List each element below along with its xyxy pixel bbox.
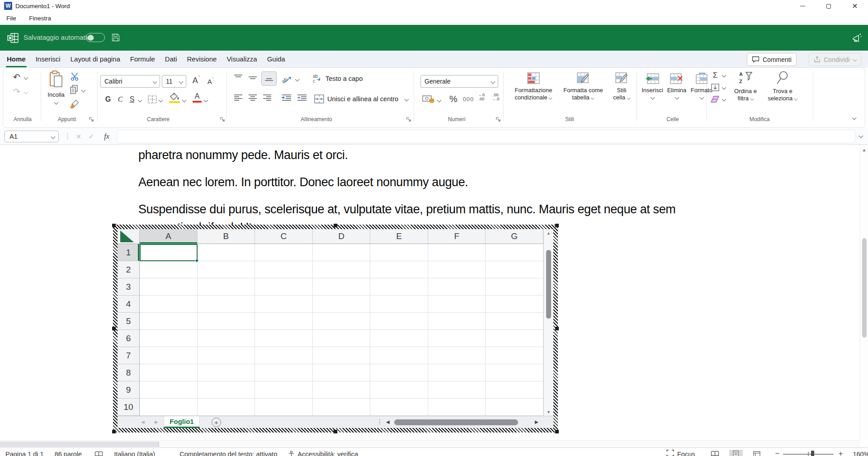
decrease-font-button[interactable]: Aˇ (204, 75, 217, 88)
resize-handle[interactable] (334, 430, 337, 433)
accessibility-icon[interactable] (288, 451, 295, 456)
word-count[interactable]: 86 parole (55, 451, 82, 456)
tab-revisione[interactable]: Revisione (182, 51, 222, 68)
fill-button[interactable] (711, 83, 720, 92)
align-middle-button[interactable] (248, 74, 258, 81)
delete-cells-button[interactable]: Elimina (665, 71, 688, 99)
cell-A7[interactable] (140, 347, 198, 364)
resize-handle[interactable] (334, 224, 337, 227)
hscroll-right-icon[interactable]: ▶ (535, 419, 538, 424)
sheetbar-splitter[interactable]: ⋮ (377, 418, 383, 425)
sheet-hscroll-thumb[interactable] (394, 419, 518, 425)
read-mode-icon[interactable] (711, 451, 719, 456)
cell-D5[interactable] (313, 313, 371, 330)
orientation-button[interactable]: ab (281, 73, 293, 85)
cell-D3[interactable] (313, 278, 371, 296)
cell-E6[interactable] (370, 330, 428, 347)
name-box-splitter[interactable]: ⋮ (64, 132, 71, 140)
cell-E8[interactable] (370, 364, 428, 381)
clear-button[interactable] (710, 95, 720, 103)
tab-inserisci[interactable]: Inserisci (31, 51, 66, 68)
row-header-3[interactable]: 3 (118, 278, 139, 296)
column-header-A[interactable]: A (140, 229, 198, 244)
resize-handle[interactable] (555, 224, 559, 227)
cell-D8[interactable] (313, 364, 371, 381)
tab-formule[interactable]: Formule (125, 51, 160, 68)
row-header-6[interactable]: 6 (118, 330, 139, 347)
align-left-button[interactable] (233, 94, 243, 102)
find-select-button[interactable]: Trova e seleziona (764, 70, 801, 102)
resize-handle[interactable] (555, 327, 559, 330)
align-center-button[interactable] (248, 94, 258, 102)
percent-button[interactable]: % (448, 93, 459, 105)
share-button[interactable]: Condividi (809, 53, 861, 66)
row-header-8[interactable]: 8 (118, 364, 139, 381)
zoom-out-button[interactable]: − (775, 449, 780, 456)
name-box[interactable]: A1 (5, 131, 59, 142)
text-completion-indicator[interactable]: Completamento del testo: attivato (179, 451, 277, 456)
insert-cells-button[interactable]: Inserisci (640, 71, 665, 99)
cell-F10[interactable] (428, 399, 486, 416)
align-right-button[interactable] (262, 94, 272, 102)
doc-vscroll-thumb[interactable] (862, 238, 867, 338)
zoom-slider-thumb[interactable] (811, 451, 814, 456)
scroll-down-icon[interactable]: ▼ (544, 410, 553, 414)
cell-E3[interactable] (370, 278, 428, 296)
row-header-4[interactable]: 4 (118, 296, 139, 313)
increase-indent-button[interactable] (297, 94, 307, 102)
increase-decimal-button[interactable]: ←0.00 (478, 93, 485, 101)
wrap-text-label[interactable]: Testo a capo (326, 75, 363, 82)
cell-A10[interactable] (140, 399, 198, 416)
cell-E4[interactable] (370, 296, 428, 313)
redo-button[interactable]: ↷ (11, 86, 23, 97)
carattere-dialog-launcher[interactable] (220, 117, 225, 122)
tab-visualizza[interactable]: Visualizza (222, 51, 262, 68)
menu-finestra[interactable]: Finestra (24, 12, 57, 25)
megaphone-icon[interactable] (852, 33, 863, 43)
cell-A3[interactable] (140, 278, 198, 296)
row-header-7[interactable]: 7 (118, 347, 139, 364)
cell-F5[interactable] (428, 313, 486, 330)
cell-F9[interactable] (428, 381, 486, 399)
doc-scroll-up-icon[interactable]: ▲ (860, 147, 868, 152)
autosum-button[interactable]: Σ (711, 71, 720, 80)
row-header-9[interactable]: 9 (118, 381, 139, 399)
cell-C2[interactable] (255, 261, 313, 278)
align-top-button[interactable] (233, 74, 243, 81)
cell-F2[interactable] (428, 261, 486, 278)
document-vertical-scrollbar[interactable]: ▲ (860, 145, 868, 440)
close-button[interactable]: ✕ (842, 0, 868, 12)
cell-C9[interactable] (255, 381, 313, 399)
underline-button[interactable]: S (127, 94, 137, 105)
cell-C4[interactable] (255, 296, 313, 313)
cell-C7[interactable] (255, 347, 313, 364)
next-sheet-icon[interactable]: ▶ (155, 419, 158, 424)
row-header-5[interactable]: 5 (118, 313, 139, 330)
cell-B4[interactable] (198, 296, 255, 313)
scroll-up-icon[interactable]: ▲ (544, 231, 553, 235)
save-icon[interactable] (111, 33, 120, 42)
cell-B2[interactable] (198, 261, 255, 278)
decrease-indent-button[interactable] (281, 94, 292, 102)
column-header-G[interactable]: G (486, 229, 543, 244)
prev-sheet-icon[interactable]: ◀ (141, 419, 145, 424)
sort-filter-button[interactable]: A Z Ordina e filtra (731, 70, 760, 102)
cell-A8[interactable] (140, 364, 198, 381)
column-header-C[interactable]: C (255, 229, 313, 244)
font-name-combo[interactable]: Calibri (100, 75, 160, 88)
resize-handle[interactable] (555, 430, 559, 433)
cell-C6[interactable] (255, 330, 313, 347)
fill-color-button[interactable] (169, 92, 180, 103)
cell-G8[interactable] (486, 364, 543, 381)
cell-A4[interactable] (140, 296, 198, 313)
page-indicator[interactable]: Pagina 1 di 1 (5, 451, 44, 456)
cell-F8[interactable] (428, 364, 486, 381)
cut-button[interactable] (71, 72, 80, 81)
cell-A9[interactable] (140, 381, 198, 399)
paste-button[interactable]: Incolla (44, 70, 68, 104)
cell-C3[interactable] (255, 278, 313, 296)
menu-file[interactable]: File (1, 12, 22, 25)
cell-A6[interactable] (140, 330, 198, 347)
cell-C1[interactable] (255, 244, 313, 261)
focus-mode-button[interactable]: Focus (677, 451, 695, 456)
